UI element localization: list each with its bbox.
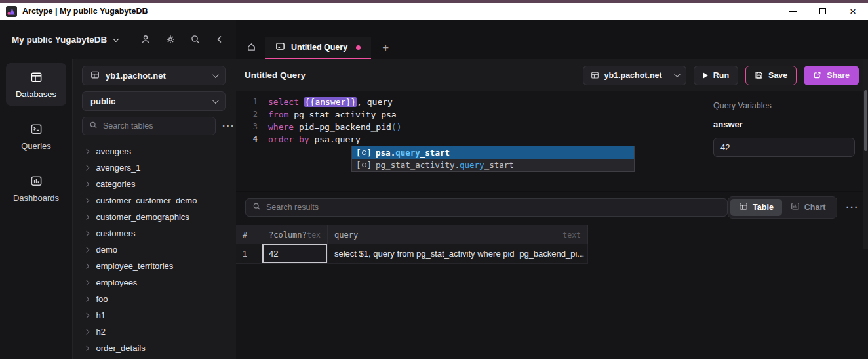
share-button[interactable]: Share	[804, 66, 859, 85]
query-cell[interactable]: select $1, query from pg_stat_activity w…	[328, 244, 588, 263]
autocomplete-item[interactable]: pg_stat_activity.query_start	[352, 159, 634, 171]
save-button[interactable]: Save	[745, 66, 797, 85]
search-icon	[252, 201, 261, 213]
table-name: demo	[96, 245, 118, 255]
column-header[interactable]: ?column?	[269, 230, 307, 240]
table-list-item[interactable]: order_details	[82, 340, 226, 356]
expand-chevron-icon[interactable]	[84, 198, 89, 203]
expand-chevron-icon[interactable]	[84, 297, 89, 302]
view-toggle: Table Chart	[728, 196, 837, 219]
tables-menu-button[interactable]	[222, 120, 235, 132]
search-tables-box[interactable]	[82, 117, 216, 135]
table-list-item[interactable]: employee_territories	[82, 258, 226, 274]
chevron-down-icon	[113, 35, 119, 42]
table-list-item[interactable]: customers	[82, 225, 226, 242]
titlebar: Arctype | My public YugabyteDB	[0, 3, 868, 20]
nav-item-queries[interactable]: Queries	[6, 115, 66, 158]
variable-value-input[interactable]	[713, 138, 855, 157]
server-selector[interactable]: yb1.pachot.net	[82, 66, 226, 85]
table-list-item[interactable]: h2	[82, 324, 226, 340]
save-label: Save	[768, 71, 787, 80]
query-title: Untitled Query	[245, 70, 306, 80]
row-number-cell[interactable]: 1	[236, 244, 262, 263]
expand-chevron-icon[interactable]	[84, 165, 89, 171]
expand-chevron-icon[interactable]	[84, 280, 89, 285]
search-icon[interactable]	[190, 34, 201, 45]
row-number-header[interactable]: #	[236, 225, 262, 244]
table-list-item[interactable]: customer_demographics	[82, 209, 226, 225]
chart-view-label: Chart	[804, 203, 826, 212]
table-list-item[interactable]: demo	[82, 242, 226, 258]
expand-chevron-icon[interactable]	[84, 149, 89, 154]
nav-item-dashboards[interactable]: Dashboards	[6, 167, 66, 209]
gear-icon[interactable]	[165, 34, 176, 45]
table-list-item[interactable]: categories	[82, 176, 226, 192]
table-name: order_details	[96, 343, 146, 353]
chart-icon	[791, 201, 800, 213]
query-server-name: yb1.pachot.net	[604, 71, 662, 80]
line-number: 4	[236, 133, 258, 146]
table-view-button[interactable]: Table	[730, 199, 782, 216]
table-list-item[interactable]: avengers	[82, 143, 226, 159]
expand-chevron-icon[interactable]	[84, 264, 89, 269]
search-results-input[interactable]	[266, 203, 720, 212]
table-list-item[interactable]: customer_customer_demo	[82, 192, 226, 209]
schema-selector[interactable]: public	[82, 91, 226, 111]
line-code: where pid=pg_backend_pid()	[258, 121, 402, 133]
expand-chevron-icon[interactable]	[84, 346, 89, 351]
panel-scrollbar-track[interactable]	[863, 59, 868, 249]
table-list: avengers avengers_1 categories	[82, 143, 226, 359]
expand-chevron-icon[interactable]	[84, 182, 89, 187]
maximize-button[interactable]	[808, 3, 838, 20]
search-tables-input[interactable]	[103, 121, 208, 131]
nav-label: Dashboards	[13, 193, 59, 203]
editor-line: 4 order by psa.query_	[236, 133, 703, 146]
user-icon[interactable]	[140, 34, 151, 45]
collapse-sidebar-icon[interactable]	[215, 34, 224, 45]
table-list-item[interactable]: orders	[82, 356, 226, 359]
expand-chevron-icon[interactable]	[84, 329, 89, 335]
query-server-selector[interactable]: yb1.pachot.net	[583, 66, 686, 85]
databases-icon	[30, 71, 43, 83]
results-table-header: # ?column? tex query text	[236, 225, 588, 244]
workspace-selector[interactable]: My public YugabyteDB	[12, 35, 117, 45]
arctype-logo-icon	[6, 6, 17, 17]
new-tab-button[interactable]: +	[371, 37, 400, 59]
tab-bar: Untitled Query +	[236, 20, 868, 59]
line-code: from pg_stat_activity psa	[258, 108, 397, 121]
column-header[interactable]: query	[334, 230, 358, 240]
expand-chevron-icon[interactable]	[84, 247, 89, 253]
query-variables-panel: Query Variables answer	[703, 91, 868, 191]
search-results-box[interactable]	[245, 198, 728, 217]
selected-cell[interactable]: 42	[262, 244, 328, 263]
editor-line: 3 where pid=pg_backend_pid()	[236, 121, 703, 133]
run-button[interactable]: Run	[694, 66, 738, 85]
table-name: h2	[96, 327, 106, 337]
nav-label: Queries	[21, 141, 51, 151]
expand-chevron-icon[interactable]	[84, 215, 89, 220]
results-section: Table Chart	[236, 191, 868, 359]
autocomplete-item[interactable]: psa.query_start	[352, 146, 634, 159]
chart-view-button[interactable]: Chart	[782, 199, 835, 216]
panel-scrollbar-thumb[interactable]	[864, 90, 867, 151]
table-list-item[interactable]: avengers_1	[82, 159, 226, 176]
column-icon	[356, 146, 372, 159]
close-button[interactable]	[838, 3, 868, 20]
expand-chevron-icon[interactable]	[84, 313, 89, 318]
schema-name: public	[90, 96, 115, 106]
table-list-item[interactable]: h1	[82, 307, 226, 324]
table-list-item[interactable]: employees	[82, 274, 226, 291]
nav-item-databases[interactable]: Databases	[6, 63, 66, 106]
tab-untitled-query[interactable]: Untitled Query	[265, 37, 371, 59]
results-menu-button[interactable]	[846, 201, 859, 213]
table-name: categories	[96, 179, 136, 189]
variable-name: answer	[713, 119, 855, 129]
expand-chevron-icon[interactable]	[84, 231, 89, 236]
minimize-button[interactable]	[778, 3, 808, 20]
table-name: employees	[96, 278, 138, 287]
tab-home[interactable]	[237, 37, 265, 59]
variables-panel-title: Query Variables	[713, 101, 855, 110]
sql-editor[interactable]: 1 select {{answer}}, query 2 from pg_sta…	[236, 91, 703, 191]
table-list-item[interactable]: foo	[82, 291, 226, 307]
line-code: order by psa.query_	[258, 133, 366, 146]
